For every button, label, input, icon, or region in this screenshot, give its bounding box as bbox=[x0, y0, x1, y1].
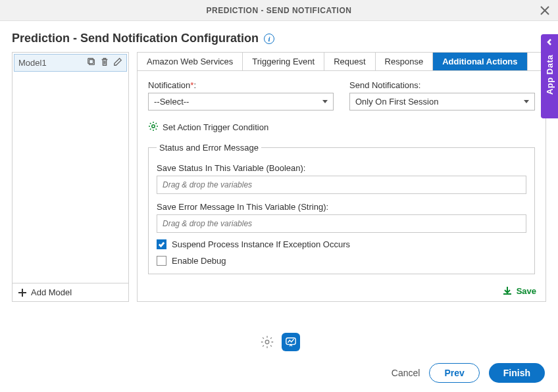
notification-select[interactable]: --Select-- bbox=[148, 93, 334, 110]
status-legend: Status and Error Message bbox=[157, 143, 261, 153]
status-fieldset: Status and Error Message Save Status In … bbox=[148, 143, 535, 274]
set-trigger-label: Set Action Trigger Condition bbox=[163, 122, 268, 132]
window-title: PREDICTION - SEND NOTIFICATION bbox=[207, 6, 352, 15]
prev-button[interactable]: Prev bbox=[429, 363, 479, 383]
copy-icon[interactable] bbox=[87, 57, 96, 68]
close-icon[interactable] bbox=[538, 4, 551, 17]
debug-label: Enable Debug bbox=[172, 256, 226, 266]
page-title: Prediction - Send Notification Configura… bbox=[12, 32, 259, 45]
svg-point-9 bbox=[265, 340, 269, 344]
main-area: Model1 Add Model Amazon Web Services Tr bbox=[0, 52, 558, 302]
tab-response[interactable]: Response bbox=[376, 53, 434, 70]
gear-icon bbox=[148, 121, 159, 134]
save-label: Save bbox=[517, 286, 536, 296]
status-var-input[interactable] bbox=[157, 176, 526, 194]
trash-icon[interactable] bbox=[100, 57, 109, 68]
chevron-down-icon bbox=[322, 100, 328, 103]
panel-body: Notification*: --Select-- Send Notificat… bbox=[138, 71, 545, 280]
settings-icon[interactable] bbox=[258, 333, 276, 351]
info-icon[interactable]: i bbox=[264, 34, 274, 44]
svg-point-8 bbox=[152, 125, 155, 128]
cancel-button[interactable]: Cancel bbox=[392, 368, 420, 378]
send-notifications-field: Send Notifications: Only On First Sessio… bbox=[349, 80, 535, 110]
add-model-button[interactable]: Add Model bbox=[13, 283, 128, 301]
save-button[interactable]: Save bbox=[138, 280, 545, 301]
chevron-left-icon bbox=[545, 38, 553, 48]
sidebar-item-label: Model1 bbox=[18, 58, 87, 68]
chevron-down-icon bbox=[524, 100, 529, 103]
app-data-label: App Data bbox=[545, 55, 555, 95]
send-notifications-label: Send Notifications: bbox=[349, 80, 535, 90]
config-panel: Amazon Web Services Triggering Event Req… bbox=[137, 52, 546, 302]
send-notifications-select[interactable]: Only On First Session bbox=[349, 93, 535, 110]
page-header: Prediction - Send Notification Configura… bbox=[0, 21, 558, 52]
app-data-tab[interactable]: App Data bbox=[541, 34, 558, 118]
tabs: Amazon Web Services Triggering Event Req… bbox=[138, 53, 545, 71]
debug-checkbox[interactable] bbox=[157, 256, 166, 266]
error-var-input[interactable] bbox=[157, 214, 526, 233]
suspend-checkbox[interactable] bbox=[157, 239, 166, 249]
sidebar-item-model1[interactable]: Model1 bbox=[14, 54, 127, 72]
tab-aws[interactable]: Amazon Web Services bbox=[138, 53, 243, 70]
notification-field: Notification*: --Select-- bbox=[148, 80, 334, 110]
notification-value: --Select-- bbox=[154, 97, 189, 107]
chart-chat-icon[interactable] bbox=[282, 333, 300, 351]
set-trigger-button[interactable]: Set Action Trigger Condition bbox=[148, 121, 535, 134]
status-var-label: Save Status In This Variable (Boolean): bbox=[157, 163, 526, 173]
tab-request[interactable]: Request bbox=[324, 53, 375, 70]
footer: Cancel Prev Finish bbox=[0, 306, 558, 392]
models-sidebar: Model1 Add Model bbox=[12, 52, 129, 302]
finish-button[interactable]: Finish bbox=[489, 363, 545, 383]
title-bar: PREDICTION - SEND NOTIFICATION bbox=[0, 0, 558, 21]
edit-icon[interactable] bbox=[113, 57, 122, 68]
send-notifications-value: Only On First Session bbox=[355, 97, 438, 107]
error-var-label: Save Error Message In This Variable (Str… bbox=[157, 202, 526, 212]
tab-triggering-event[interactable]: Triggering Event bbox=[243, 53, 324, 70]
add-model-label: Add Model bbox=[31, 287, 72, 297]
suspend-label: Suspend Process Instance If Exception Oc… bbox=[172, 239, 350, 249]
tab-additional-actions[interactable]: Additional Actions bbox=[433, 53, 527, 70]
sidebar-body bbox=[13, 73, 128, 283]
notification-label: Notification*: bbox=[148, 80, 334, 90]
